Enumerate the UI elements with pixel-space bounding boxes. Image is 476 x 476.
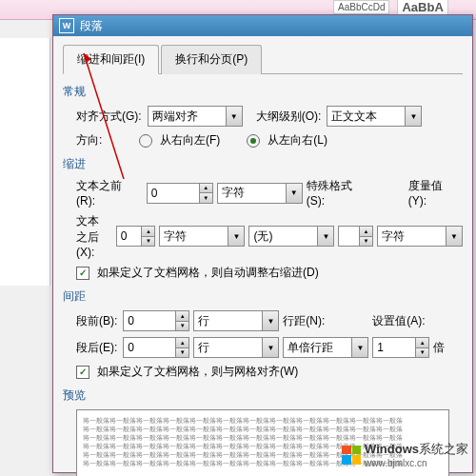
measure-unit[interactable]: 字符▼: [377, 226, 463, 247]
outline-label: 大纲级别(O):: [256, 109, 322, 125]
space-after-spinner[interactable]: 0▲▼: [123, 337, 189, 358]
special-select[interactable]: (无)▼: [248, 226, 334, 247]
chevron-down-icon: ▼: [226, 107, 242, 126]
direction-rtl-label: 从右向左(F): [160, 132, 220, 149]
chevron-down-icon: ▼: [405, 107, 421, 126]
snap-grid-checkbox[interactable]: ✓: [76, 366, 89, 379]
document-ruler: [0, 38, 50, 286]
paragraph-dialog: W 段落 缩进和间距(I) 换行和分页(P) 常规 对齐方式(G): 两端对齐▼…: [52, 14, 473, 473]
spin-up-icon: ▲: [199, 184, 212, 194]
app-icon: W: [59, 18, 74, 33]
dialog-body: 缩进和间距(I) 换行和分页(P) 常规 对齐方式(G): 两端对齐▼ 大纲级别…: [53, 36, 472, 476]
indent-after-unit[interactable]: 字符▼: [159, 226, 245, 247]
auto-indent-label: 如果定义了文档网格，则自动调整右缩进(D): [97, 265, 319, 281]
space-before-unit[interactable]: 行▼: [193, 310, 279, 331]
direction-label: 方向:: [76, 132, 133, 149]
alignment-select[interactable]: 两端对齐▼: [148, 106, 243, 127]
space-before-label: 段前(B):: [76, 313, 117, 329]
outline-select[interactable]: 正文文本▼: [327, 106, 422, 127]
section-preview: 预览: [63, 387, 463, 404]
section-general: 常规: [63, 84, 463, 100]
setvalue-label: 设置值(A):: [372, 313, 425, 329]
indent-before-spinner[interactable]: 0▲▼: [147, 183, 213, 204]
linespacing-select[interactable]: 单倍行距▼: [283, 337, 368, 358]
direction-rtl-radio[interactable]: [139, 134, 152, 148]
indent-before-unit[interactable]: 字符▼: [217, 183, 303, 204]
space-after-unit[interactable]: 行▼: [193, 337, 279, 358]
section-spacing: 间距: [63, 288, 463, 305]
dialog-titlebar[interactable]: W 段落: [53, 15, 472, 36]
tab-line-page-breaks[interactable]: 换行和分页(P): [161, 45, 262, 74]
space-before-spinner[interactable]: 0▲▼: [123, 310, 189, 331]
tab-indent-spacing[interactable]: 缩进和间距(I): [63, 45, 159, 74]
chevron-down-icon: ▼: [286, 184, 302, 203]
spin-down-icon: ▼: [199, 193, 212, 203]
linespacing-label: 行距(N):: [283, 313, 325, 329]
background-ribbon: AaBbCcDd AaBbA: [0, 0, 476, 14]
auto-indent-checkbox[interactable]: ✓: [76, 267, 89, 280]
measure-label: 度量值(Y):: [408, 178, 461, 208]
dialog-title: 段落: [80, 18, 103, 34]
direction-ltr-label: 从左向右(L): [268, 132, 327, 149]
indent-before-label: 文本之前(R):: [76, 178, 141, 208]
setvalue-unit: 倍: [433, 340, 445, 356]
alignment-label: 对齐方式(G):: [76, 109, 142, 125]
tab-strip: 缩进和间距(I) 换行和分页(P): [63, 44, 463, 74]
special-label: 特殊格式(S):: [307, 178, 370, 208]
indent-after-label: 文本之后(X):: [76, 213, 110, 259]
direction-ltr-radio[interactable]: [247, 134, 260, 148]
section-indent: 缩进: [63, 156, 463, 172]
indent-after-spinner[interactable]: 0▲▼: [116, 226, 156, 247]
windows-logo-icon: [342, 446, 361, 465]
measure-spinner[interactable]: ▲▼: [338, 226, 373, 247]
style-preview-1: AaBbCcDd: [333, 0, 389, 14]
snap-grid-label: 如果定义了文档网格，则与网格对齐(W): [97, 364, 298, 380]
space-after-label: 段后(E):: [76, 340, 117, 356]
watermark: Windows系统之家 www.bjmlxc.cn: [342, 441, 468, 468]
setvalue-spinner[interactable]: 1▲▼: [372, 337, 429, 358]
